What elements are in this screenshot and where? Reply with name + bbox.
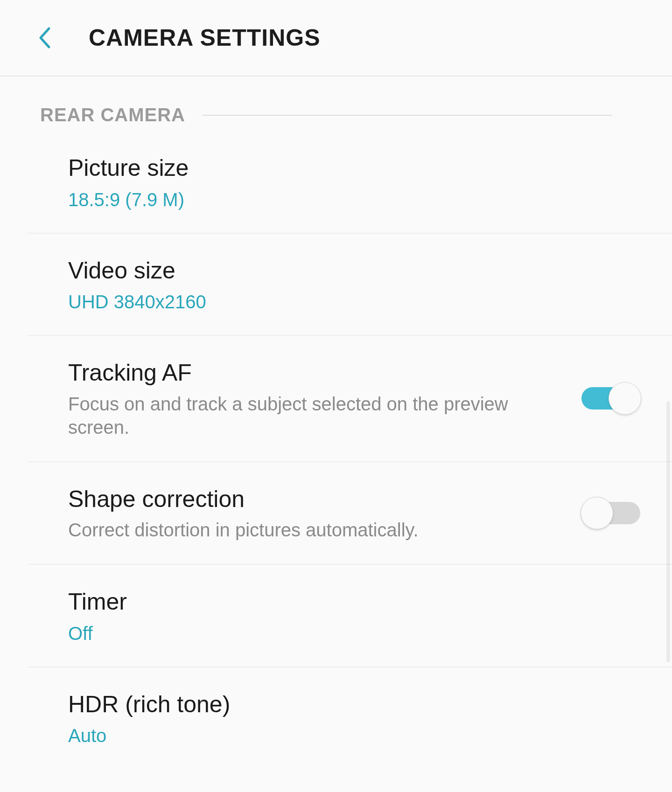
row-video-size[interactable]: Video size UHD 3840x2160 [28,234,672,336]
row-text: HDR (rich tone) Auto [68,690,640,747]
row-value: 18.5:9 (7.9 M) [68,189,622,210]
section-label: REAR CAMERA [40,104,185,125]
row-title: HDR (rich tone) [68,690,622,719]
toggle-thumb [581,497,613,529]
section-header-rear-camera: REAR CAMERA [0,76,672,131]
row-value: Auto [68,725,622,746]
row-picture-size[interactable]: Picture size 18.5:9 (7.9 M) [28,131,672,234]
row-value: UHD 3840x2160 [68,292,622,313]
back-button[interactable] [28,21,61,54]
settings-content: REAR CAMERA Picture size 18.5:9 (7.9 M) … [0,76,672,769]
app-header: CAMERA SETTINGS [0,0,672,76]
row-title: Shape correction [68,485,563,514]
toggle-tracking-af[interactable] [581,382,640,415]
row-description: Correct distortion in pictures automatic… [68,518,563,542]
toggle-shape-correction[interactable] [581,497,640,529]
section-divider [202,115,612,116]
row-timer[interactable]: Timer Off [28,565,672,667]
row-text: Shape correction Correct distortion in p… [68,485,581,542]
row-text: Timer Off [68,587,640,644]
scrollbar[interactable] [666,401,670,662]
page-title: CAMERA SETTINGS [89,24,321,51]
row-tracking-af[interactable]: Tracking AF Focus on and track a subject… [28,336,672,462]
row-text: Picture size 18.5:9 (7.9 M) [68,153,640,210]
row-value: Off [68,623,622,644]
row-title: Timer [68,587,622,617]
chevron-left-icon [38,27,51,49]
row-hdr[interactable]: HDR (rich tone) Auto [28,667,672,769]
row-text: Tracking AF Focus on and track a subject… [68,358,581,439]
toggle-thumb [609,382,641,415]
row-title: Tracking AF [68,358,563,388]
row-title: Picture size [68,153,622,183]
row-text: Video size UHD 3840x2160 [68,256,640,313]
row-shape-correction[interactable]: Shape correction Correct distortion in p… [28,462,672,565]
row-title: Video size [68,256,622,285]
row-description: Focus on and track a subject selected on… [68,392,563,439]
